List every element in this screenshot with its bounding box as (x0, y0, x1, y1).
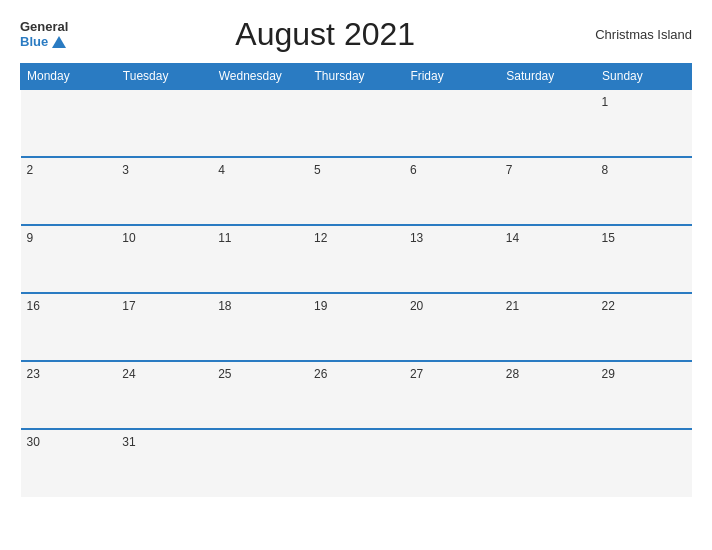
day-number: 6 (410, 163, 417, 177)
calendar-cell: 28 (500, 361, 596, 429)
calendar-cell (212, 429, 308, 497)
calendar-table: MondayTuesdayWednesdayThursdayFridaySatu… (20, 63, 692, 497)
calendar-cell: 9 (21, 225, 117, 293)
day-number: 29 (602, 367, 615, 381)
calendar-cell: 19 (308, 293, 404, 361)
calendar-cell (116, 89, 212, 157)
day-number: 31 (122, 435, 135, 449)
logo-general-text: General (20, 20, 68, 34)
calendar-cell: 12 (308, 225, 404, 293)
calendar-cell: 14 (500, 225, 596, 293)
day-number: 19 (314, 299, 327, 313)
day-number: 5 (314, 163, 321, 177)
calendar-cell: 5 (308, 157, 404, 225)
calendar-cell (404, 429, 500, 497)
calendar-cell (596, 429, 692, 497)
day-number: 26 (314, 367, 327, 381)
day-number: 3 (122, 163, 129, 177)
calendar-cell: 18 (212, 293, 308, 361)
calendar-cell (308, 429, 404, 497)
calendar-cell: 30 (21, 429, 117, 497)
day-number: 17 (122, 299, 135, 313)
calendar-cell (500, 429, 596, 497)
day-header-thursday: Thursday (308, 64, 404, 90)
day-number: 20 (410, 299, 423, 313)
day-number: 7 (506, 163, 513, 177)
logo-triangle-icon (52, 36, 66, 48)
day-number: 12 (314, 231, 327, 245)
calendar-cell (212, 89, 308, 157)
calendar-cell: 15 (596, 225, 692, 293)
week-row-4: 16171819202122 (21, 293, 692, 361)
day-number: 24 (122, 367, 135, 381)
calendar-cell: 27 (404, 361, 500, 429)
day-number: 14 (506, 231, 519, 245)
day-number: 16 (27, 299, 40, 313)
location-label: Christmas Island (582, 27, 692, 42)
day-number: 11 (218, 231, 231, 245)
week-row-5: 23242526272829 (21, 361, 692, 429)
calendar-cell: 23 (21, 361, 117, 429)
day-number: 10 (122, 231, 135, 245)
day-header-monday: Monday (21, 64, 117, 90)
day-number: 22 (602, 299, 615, 313)
logo-blue-row: Blue (20, 35, 68, 49)
calendar-cell: 25 (212, 361, 308, 429)
calendar-cell (21, 89, 117, 157)
calendar-cell: 6 (404, 157, 500, 225)
calendar-cell: 17 (116, 293, 212, 361)
day-number: 4 (218, 163, 225, 177)
day-header-tuesday: Tuesday (116, 64, 212, 90)
calendar-cell: 31 (116, 429, 212, 497)
calendar-cell: 1 (596, 89, 692, 157)
week-row-1: 1 (21, 89, 692, 157)
day-header-saturday: Saturday (500, 64, 596, 90)
calendar-cell: 22 (596, 293, 692, 361)
calendar-cell (404, 89, 500, 157)
day-number: 28 (506, 367, 519, 381)
calendar-cell (308, 89, 404, 157)
day-number: 21 (506, 299, 519, 313)
calendar-cell: 7 (500, 157, 596, 225)
logo-blue-text: Blue (20, 35, 48, 49)
day-number: 30 (27, 435, 40, 449)
calendar-cell: 13 (404, 225, 500, 293)
week-row-6: 3031 (21, 429, 692, 497)
calendar-cell: 8 (596, 157, 692, 225)
day-number: 15 (602, 231, 615, 245)
day-number: 27 (410, 367, 423, 381)
calendar-cell (500, 89, 596, 157)
day-header-friday: Friday (404, 64, 500, 90)
calendar-cell: 29 (596, 361, 692, 429)
day-number: 25 (218, 367, 231, 381)
calendar-cell: 2 (21, 157, 117, 225)
day-number: 9 (27, 231, 34, 245)
day-number: 23 (27, 367, 40, 381)
calendar-page: General Blue August 2021 Christmas Islan… (0, 0, 712, 550)
calendar-cell: 16 (21, 293, 117, 361)
calendar-cell: 4 (212, 157, 308, 225)
day-number: 2 (27, 163, 34, 177)
calendar-cell: 3 (116, 157, 212, 225)
calendar-cell: 24 (116, 361, 212, 429)
logo: General Blue (20, 20, 68, 49)
header: General Blue August 2021 Christmas Islan… (20, 16, 692, 53)
day-header-wednesday: Wednesday (212, 64, 308, 90)
week-row-3: 9101112131415 (21, 225, 692, 293)
week-row-2: 2345678 (21, 157, 692, 225)
month-title: August 2021 (68, 16, 582, 53)
day-number: 18 (218, 299, 231, 313)
calendar-cell: 20 (404, 293, 500, 361)
day-header-sunday: Sunday (596, 64, 692, 90)
day-number: 8 (602, 163, 609, 177)
day-number: 1 (602, 95, 609, 109)
days-header-row: MondayTuesdayWednesdayThursdayFridaySatu… (21, 64, 692, 90)
day-number: 13 (410, 231, 423, 245)
calendar-cell: 10 (116, 225, 212, 293)
calendar-cell: 21 (500, 293, 596, 361)
calendar-cell: 11 (212, 225, 308, 293)
calendar-cell: 26 (308, 361, 404, 429)
